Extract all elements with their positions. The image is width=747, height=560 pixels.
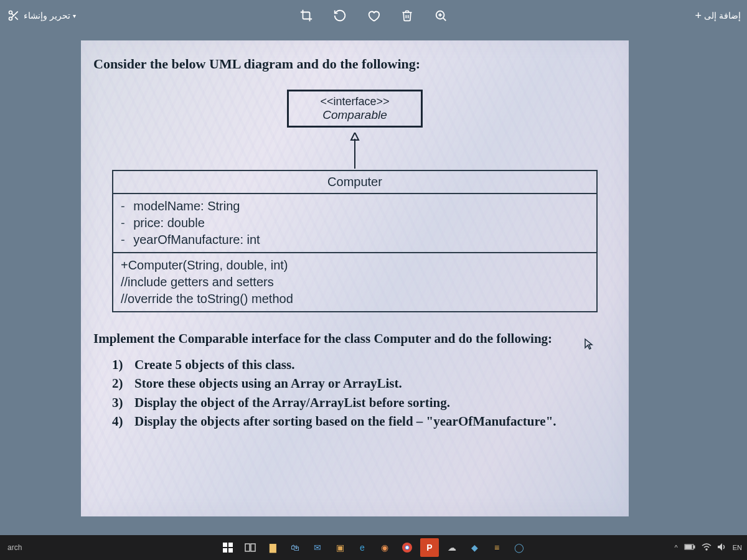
svg-rect-14 [228, 548, 233, 553]
svg-line-4 [12, 14, 14, 16]
battery-icon[interactable] [684, 544, 695, 551]
svg-rect-15 [245, 544, 250, 551]
app-icon[interactable]: ≡ [487, 538, 506, 557]
file-explorer-icon[interactable]: ▇ [263, 538, 282, 557]
add-to-dropdown[interactable]: + إضافة إلى [695, 9, 741, 22]
svg-marker-24 [718, 543, 722, 551]
wifi-icon[interactable] [702, 543, 712, 552]
windows-taskbar: arch ▇ 🛍 ✉ ▣ e ◉ P ☁ ◆ ≡ ◯ ^ [0, 535, 747, 560]
document-image-region: Consider the below UML diagram and do th… [81, 40, 629, 516]
uml-comment: //override the toString() method [121, 291, 589, 307]
svg-rect-22 [685, 545, 692, 549]
uml-interface-name: Comparable [320, 108, 389, 122]
uml-methods-section: +Computer(String, double, int) //include… [113, 253, 596, 311]
edit-create-label: تحرير وإنشاء [24, 11, 70, 21]
svg-rect-21 [693, 546, 695, 548]
crop-icon[interactable] [299, 8, 314, 23]
instruction-text: Implement the Comparable interface for t… [93, 331, 616, 347]
uml-attributes-section: - modelName: String - price: double - ye… [113, 194, 596, 253]
magnify-icon[interactable] [433, 8, 448, 23]
language-indicator[interactable]: EN [733, 544, 742, 551]
edge-icon[interactable]: e [353, 538, 372, 557]
svg-rect-13 [223, 548, 227, 553]
store-icon[interactable]: 🛍 [286, 538, 304, 557]
powerpoint-icon[interactable]: P [420, 538, 439, 557]
list-item: 4) Display the objects after sorting bas… [112, 412, 616, 431]
uml-comment: //include getters and setters [121, 274, 589, 291]
list-item: 3) Display the object of the Array/Array… [112, 393, 616, 412]
list-item: 1) Create 5 objects of this class. [112, 355, 616, 374]
uml-diagram: <<interface>> Comparable Computer - mode… [93, 90, 616, 312]
trash-icon[interactable] [400, 8, 415, 23]
uml-attribute: - price: double [121, 215, 589, 231]
uml-realization-arrow [349, 133, 361, 170]
chrome-icon[interactable] [398, 538, 416, 557]
taskbar-search-label[interactable]: arch [5, 543, 22, 552]
photos-top-toolbar: تحرير وإنشاء ▾ [0, 0, 747, 31]
uml-attribute: - yearOfManufacture: int [121, 231, 589, 248]
svg-point-19 [406, 546, 409, 549]
photos-icon[interactable]: ◉ [375, 538, 394, 557]
mail-icon[interactable]: ✉ [308, 538, 327, 557]
svg-rect-16 [251, 544, 255, 551]
scissors-icon [6, 8, 21, 23]
question-heading: Consider the below UML diagram and do th… [93, 56, 616, 72]
add-to-label: إضافة إلى [704, 11, 741, 21]
svg-rect-11 [223, 543, 227, 547]
plus-icon: + [695, 9, 702, 22]
edit-create-dropdown[interactable]: تحرير وإنشاء ▾ [6, 8, 76, 23]
uml-stereotype: <<interface>> [320, 95, 389, 108]
camera-icon[interactable]: ▣ [331, 538, 349, 557]
uml-class-box: Computer - modelName: String - price: do… [112, 170, 598, 312]
svg-line-3 [15, 17, 18, 20]
svg-point-0 [9, 11, 12, 14]
task-view-icon[interactable] [241, 538, 260, 557]
uml-method: +Computer(String, double, int) [121, 257, 589, 274]
uml-class-name: Computer [113, 171, 596, 194]
steps-list: 1) Create 5 objects of this class. 2) St… [93, 355, 616, 431]
cursor-icon [583, 338, 594, 353]
volume-icon[interactable] [718, 543, 726, 552]
list-item: 2) Store these objects using an Array or… [112, 374, 616, 393]
svg-line-6 [443, 18, 446, 21]
heart-icon[interactable] [366, 8, 381, 23]
svg-point-1 [9, 17, 12, 21]
app-icon[interactable]: ◆ [465, 538, 484, 557]
uml-interface-box: <<interface>> Comparable [287, 90, 422, 128]
rotate-icon[interactable] [332, 8, 347, 23]
uml-attribute: - modelName: String [121, 198, 589, 215]
svg-point-23 [706, 549, 707, 550]
chevron-down-icon: ▾ [73, 12, 76, 19]
cortana-icon[interactable]: ◯ [510, 538, 529, 557]
onedrive-icon[interactable]: ☁ [443, 538, 461, 557]
svg-rect-12 [228, 543, 233, 547]
tray-chevron-icon[interactable]: ^ [675, 544, 678, 551]
start-button[interactable] [218, 538, 237, 557]
